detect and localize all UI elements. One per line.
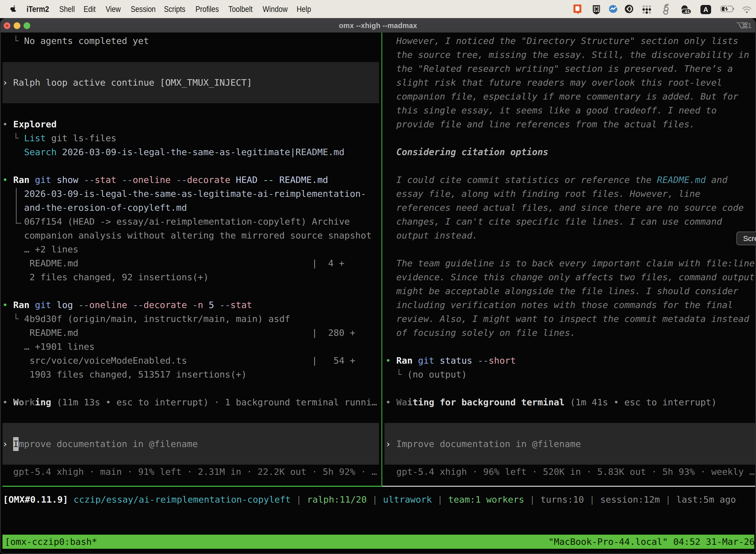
svg-text:..61: ..61 [683, 9, 690, 14]
